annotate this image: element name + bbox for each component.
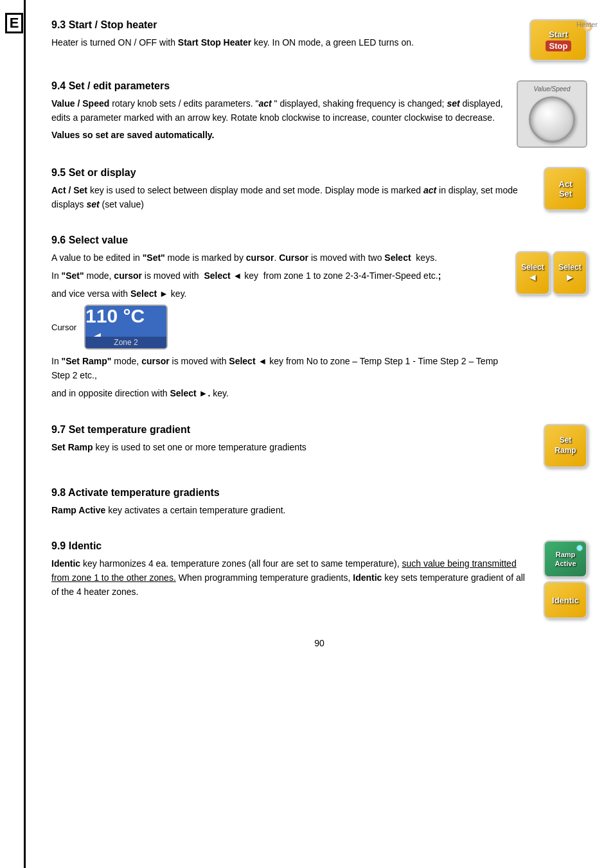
value-speed-knob-wrap: Value/Speed (517, 80, 587, 148)
value-speed-knob[interactable] (529, 96, 575, 143)
main-content: 9.3 Start / Stop heater Heater is turned… (51, 19, 587, 648)
section-9-3-text: 9.3 Start / Stop heater Heater is turned… (51, 19, 517, 54)
section-9-8: 9.8 Activate temperature gradients Ramp … (51, 487, 587, 522)
section-9-5-row: 9.5 Set or display Act / Set key is used… (51, 167, 587, 215)
cursor-label-text: Cursor (51, 323, 76, 332)
select-right-arrow: ► (565, 272, 575, 283)
section-9-7-heading: 9.7 Set temperature gradient (51, 424, 531, 436)
cursor-zone-label: Zone 2 (85, 337, 166, 348)
ramp-active-label: RampActive (555, 550, 576, 569)
cursor-display: 110 °C ◄ Zone 2 (84, 305, 168, 350)
tab-label: E (5, 13, 23, 33)
identic-button[interactable]: Identic (544, 581, 587, 619)
section-9-5-heading: 9.5 Set or display (51, 167, 531, 179)
section-9-5-body: Act / Set key is used to select between … (51, 184, 531, 211)
section-9-6-body-2: In "Set" mode, cursor is moved with Sele… (51, 269, 502, 283)
select-buttons-image: Select ◄ Select ► (515, 251, 587, 295)
section-9-4-text: 9.4 Set / edit parameters Value / Speed … (51, 80, 504, 146)
section-9-8-text: 9.8 Activate temperature gradients Ramp … (51, 487, 587, 522)
section-9-4-body-2: Values so set are saved automatically. (51, 128, 504, 143)
section-9-4: 9.4 Set / edit parameters Value / Speed … (51, 80, 587, 148)
left-tab: E (0, 0, 26, 868)
section-9-5-text: 9.5 Set or display Act / Set key is used… (51, 167, 531, 215)
section-9-6-body-3: and vice versa with Select ► key. (51, 287, 502, 301)
start-label: Start (549, 30, 568, 39)
ramp-identic-image: RampActive Identic (544, 540, 587, 619)
section-9-8-heading: 9.8 Activate temperature gradients (51, 487, 587, 499)
section-9-6-body-4: In "Set Ramp" mode, cursor is moved with… (51, 355, 502, 382)
section-9-7: 9.7 Set temperature gradient Set Ramp ke… (51, 424, 587, 468)
section-9-6: 9.6 Select value A value to be edited in… (51, 235, 587, 404)
section-9-9-heading: 9.9 Identic (51, 540, 531, 552)
section-9-3-heading: 9.3 Start / Stop heater (51, 19, 517, 31)
section-9-9: 9.9 Identic Identic key harmonizes 4 ea.… (51, 540, 587, 619)
select-pair: Select ◄ Select ► (515, 251, 587, 295)
stop-label: Stop (546, 40, 572, 51)
section-9-6-body-1: A value to be edited in "Set" mode is ma… (51, 251, 502, 265)
section-9-9-row: 9.9 Identic Identic key harmonizes 4 ea.… (51, 540, 587, 619)
section-9-7-row: 9.7 Set temperature gradient Set Ramp ke… (51, 424, 587, 468)
section-9-4-heading: 9.4 Set / edit parameters (51, 80, 504, 92)
act-label: Act (559, 179, 573, 189)
value-speed-image: Value/Speed (517, 80, 587, 148)
section-9-9-body: Identic key harmonizes 4 ea. temperature… (51, 557, 531, 599)
section-9-7-text: 9.7 Set temperature gradient Set Ramp ke… (51, 424, 531, 459)
section-9-8-body: Ramp Active key activates a certain temp… (51, 504, 587, 518)
ramp-active-button[interactable]: RampActive (544, 540, 587, 578)
set-ramp-label: SetRamp (555, 436, 576, 456)
select-left-arrow: ◄ (528, 272, 538, 283)
select-left-button[interactable]: Select ◄ (515, 251, 550, 295)
ramp-active-dot (576, 545, 583, 551)
cursor-label-box: Cursor (51, 323, 76, 332)
section-9-4-body-1: Value / Speed rotary knob sets / edits p… (51, 97, 504, 125)
cursor-display-wrap: Cursor 110 °C ◄ Zone 2 (51, 305, 502, 350)
section-9-9-text: 9.9 Identic Identic key harmonizes 4 ea.… (51, 540, 531, 603)
section-9-5: 9.5 Set or display Act / Set key is used… (51, 167, 587, 215)
section-9-8-row: 9.8 Activate temperature gradients Ramp … (51, 487, 587, 522)
section-9-3-row: 9.3 Start / Stop heater Heater is turned… (51, 19, 587, 61)
section-9-6-heading: 9.6 Select value (51, 235, 587, 246)
section-9-7-body: Set Ramp key is used to set one or more … (51, 441, 531, 455)
value-speed-label: Value/Speed (534, 85, 571, 93)
section-9-6-row: A value to be edited in "Set" mode is ma… (51, 251, 587, 404)
ramp-identic-wrap: RampActive Identic (544, 540, 587, 619)
identic-label: Identic (552, 596, 579, 605)
set-ramp-image: SetRamp (544, 424, 587, 468)
heater-start-stop-image: Start Stop Heater (529, 19, 587, 61)
act-set-image: Act Set (544, 167, 587, 211)
set-label: Set (559, 189, 572, 199)
select-left-label: Select (521, 263, 544, 272)
page-number: 90 (51, 638, 587, 648)
select-right-label: Select (558, 263, 581, 272)
heater-btn-wrap: Start Stop Heater (529, 19, 587, 61)
set-ramp-button[interactable]: SetRamp (544, 424, 587, 468)
section-9-3-body: Heater is turned ON / OFF with Start Sto… (51, 36, 517, 50)
select-right-button[interactable]: Select ► (553, 251, 587, 295)
act-set-button[interactable]: Act Set (544, 167, 587, 211)
heater-text-label: Heater (576, 21, 598, 28)
section-9-6-text: A value to be edited in "Set" mode is ma… (51, 251, 502, 404)
section-9-6-body-5: and in opposite direction with Select ►.… (51, 387, 502, 401)
section-9-4-row: 9.4 Set / edit parameters Value / Speed … (51, 80, 587, 148)
section-9-3: 9.3 Start / Stop heater Heater is turned… (51, 19, 587, 61)
